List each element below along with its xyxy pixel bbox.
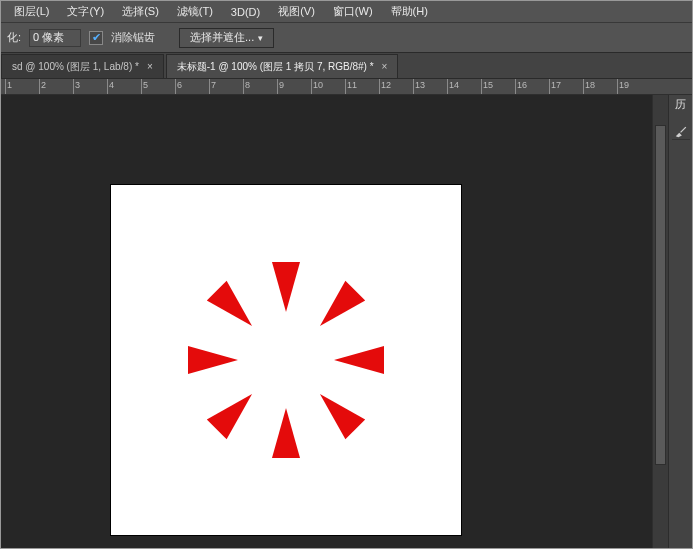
canvas-viewport[interactable] [1, 95, 668, 548]
menu-3d[interactable]: 3D(D) [222, 3, 269, 21]
ruler-number: 15 [483, 80, 493, 90]
ruler-tick [141, 79, 142, 95]
doc-tab-2[interactable]: 未标题-1 @ 100% (图层 1 拷贝 7, RGB/8#) * × [166, 54, 399, 78]
ruler-number: 4 [109, 80, 114, 90]
close-icon[interactable]: × [147, 61, 153, 72]
menu-help[interactable]: 帮助(H) [382, 1, 437, 22]
ruler-tick [209, 79, 210, 95]
ruler-number: 16 [517, 80, 527, 90]
ruler-number: 8 [245, 80, 250, 90]
menu-bar: 图层(L) 文字(Y) 选择(S) 滤镜(T) 3D(D) 视图(V) 窗口(W… [1, 1, 692, 23]
workspace: 历 [1, 95, 692, 548]
ruler-number: 13 [415, 80, 425, 90]
ruler-tick [39, 79, 40, 95]
tolerance-input[interactable] [29, 29, 81, 47]
tab-label: 未标题-1 @ 100% (图层 1 拷贝 7, RGB/8#) * [177, 60, 374, 74]
ruler-number: 9 [279, 80, 284, 90]
document-canvas[interactable] [111, 185, 461, 535]
ruler-tick [583, 79, 584, 95]
ruler-tick [175, 79, 176, 95]
ruler-number: 7 [211, 80, 216, 90]
ruler-number: 6 [177, 80, 182, 90]
ruler-tick [5, 79, 6, 95]
ruler-tick [515, 79, 516, 95]
ruler-number: 12 [381, 80, 391, 90]
antialias-label: 消除锯齿 [111, 30, 155, 45]
red-triangle [272, 262, 300, 312]
ruler-tick [481, 79, 482, 95]
options-bar: 化: 消除锯齿 选择并遮住... [1, 23, 692, 53]
close-icon[interactable]: × [382, 61, 388, 72]
menu-layer[interactable]: 图层(L) [5, 1, 58, 22]
ruler-tick [311, 79, 312, 95]
antialias-checkbox[interactable] [89, 31, 103, 45]
ruler-tick [107, 79, 108, 95]
ruler-tick [447, 79, 448, 95]
ruler-number: 17 [551, 80, 561, 90]
panels-dock: 历 [668, 95, 692, 548]
menu-filter[interactable]: 滤镜(T) [168, 1, 222, 22]
red-triangle [272, 408, 300, 458]
vertical-scrollbar[interactable] [652, 95, 668, 548]
red-triangle [207, 281, 252, 326]
ruler-tick [345, 79, 346, 95]
red-triangle [320, 281, 365, 326]
ruler-number: 14 [449, 80, 459, 90]
ruler-tick [549, 79, 550, 95]
ruler-number: 2 [41, 80, 46, 90]
ruler-number: 18 [585, 80, 595, 90]
ruler-number: 3 [75, 80, 80, 90]
select-and-mask-button[interactable]: 选择并遮住... [179, 28, 274, 48]
ruler-tick [73, 79, 74, 95]
ruler-number: 1 [7, 80, 12, 90]
ruler-horizontal[interactable]: 12345678910111213141516171819 [1, 79, 692, 95]
ruler-tick [379, 79, 380, 95]
panel-tab-history[interactable]: 历 [675, 99, 686, 110]
ruler-tick [243, 79, 244, 95]
red-triangle [207, 394, 252, 439]
document-tabs: sd @ 100% (图层 1, Lab/8) * × 未标题-1 @ 100%… [1, 53, 692, 79]
menu-type[interactable]: 文字(Y) [58, 1, 113, 22]
menu-view[interactable]: 视图(V) [269, 1, 324, 22]
ruler-tick [413, 79, 414, 95]
tab-label: sd @ 100% (图层 1, Lab/8) * [12, 60, 139, 74]
ruler-number: 5 [143, 80, 148, 90]
tolerance-label: 化: [7, 30, 21, 45]
ruler-number: 11 [347, 80, 357, 90]
menu-window[interactable]: 窗口(W) [324, 1, 382, 22]
ruler-number: 10 [313, 80, 323, 90]
ruler-tick [277, 79, 278, 95]
menu-select[interactable]: 选择(S) [113, 1, 168, 22]
scrollbar-thumb[interactable] [655, 125, 666, 465]
brush-icon[interactable] [672, 122, 690, 140]
doc-tab-1[interactable]: sd @ 100% (图层 1, Lab/8) * × [1, 54, 164, 78]
red-triangle [334, 346, 384, 374]
ruler-tick [617, 79, 618, 95]
red-triangle [188, 346, 238, 374]
red-triangle [320, 394, 365, 439]
canvas-artwork [111, 185, 461, 535]
ruler-number: 19 [619, 80, 629, 90]
